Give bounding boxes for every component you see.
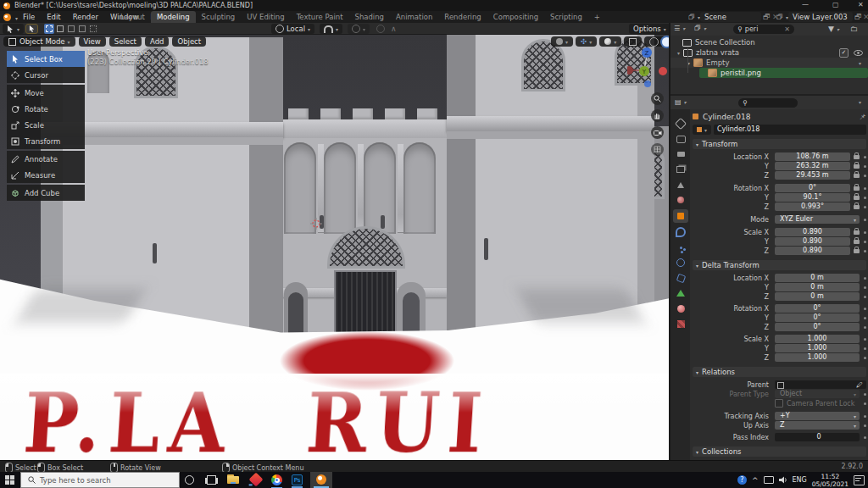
- proportional-editing-dropdown[interactable]: ▾: [348, 24, 370, 34]
- animate-dot[interactable]: [864, 338, 866, 341]
- viewport-menu-view[interactable]: View: [79, 36, 106, 47]
- tab-output-icon[interactable]: [675, 148, 687, 160]
- lock-icon[interactable]: [854, 155, 860, 159]
- tab-texture-icon[interactable]: [675, 318, 687, 330]
- animate-dot[interactable]: [864, 165, 866, 168]
- lock-icon[interactable]: [854, 230, 860, 235]
- tool-move[interactable]: Move: [7, 85, 85, 101]
- photoshop-icon[interactable]: Ps: [292, 474, 303, 485]
- clock[interactable]: 11:5205/05/2021: [812, 473, 849, 488]
- pass-index-field[interactable]: 0: [775, 433, 860, 441]
- delta-scale-x-field[interactable]: 1.000: [775, 335, 860, 343]
- select-mode-new-icon[interactable]: [44, 24, 54, 34]
- menu-edit[interactable]: Edit: [41, 11, 66, 23]
- animate-dot[interactable]: [864, 197, 866, 199]
- maximize-icon[interactable]: ▢: [832, 1, 839, 8]
- tab-view-layer-icon[interactable]: [675, 164, 687, 175]
- tab-modifiers-icon[interactable]: [675, 226, 687, 238]
- tool-measure[interactable]: Measure: [7, 167, 85, 183]
- workspace-tab-animation[interactable]: Animation: [390, 11, 438, 23]
- delta-scale-y-field[interactable]: 1.000: [775, 344, 860, 352]
- tray-expand-icon[interactable]: ^: [752, 476, 759, 485]
- properties-editor-icon[interactable]: ▤▾: [675, 98, 687, 106]
- scale-x-field[interactable]: 0.890: [775, 228, 850, 236]
- file-explorer-icon[interactable]: [227, 474, 239, 484]
- select-mode-invert-icon[interactable]: [77, 24, 87, 34]
- rotation-z-field[interactable]: 0.993°: [775, 202, 850, 211]
- animate-dot[interactable]: [864, 206, 866, 208]
- volume-icon[interactable]: [779, 476, 787, 484]
- cortana-icon[interactable]: [185, 475, 194, 485]
- select-mode-subtract-icon[interactable]: [66, 24, 76, 34]
- scale-z-field[interactable]: 0.890: [775, 247, 850, 255]
- taskbar-search-input[interactable]: Type here to search: [20, 472, 180, 488]
- location-x-field[interactable]: 108.76 m: [775, 152, 850, 161]
- animate-dot[interactable]: [864, 326, 866, 329]
- new-collection-icon[interactable]: 🗀: [850, 25, 858, 33]
- gizmos-dropdown[interactable]: ✣▾: [576, 36, 597, 47]
- copy-view-layer-icon[interactable]: 🗗: [854, 13, 862, 21]
- task-view-icon[interactable]: [207, 475, 216, 485]
- menu-render[interactable]: Render: [67, 11, 104, 23]
- tab-particles-icon[interactable]: [675, 241, 687, 253]
- start-button[interactable]: [5, 475, 14, 485]
- animate-dot[interactable]: [864, 241, 866, 243]
- chevron-down-icon[interactable]: ▾: [859, 60, 861, 66]
- workspace-tab-scripting[interactable]: Scripting: [544, 11, 588, 23]
- outliner-row-empty[interactable]: ▾ Empty ▾: [670, 58, 868, 68]
- camera-view-button[interactable]: [651, 126, 664, 139]
- expand-arrow-icon[interactable]: ▾: [677, 50, 680, 56]
- viewport-menu-object[interactable]: Object: [172, 36, 206, 47]
- tab-material-icon[interactable]: [675, 302, 687, 314]
- help-tray-icon[interactable]: ?: [737, 475, 747, 485]
- eyedropper-icon[interactable]: 🖊︎: [856, 381, 863, 390]
- delta-transform-section-header[interactable]: ▾Delta Transform: [693, 260, 866, 270]
- lock-icon[interactable]: [854, 205, 860, 209]
- pan-view-button[interactable]: [651, 109, 664, 122]
- tab-world-icon[interactable]: [675, 194, 687, 206]
- battery-icon[interactable]: [764, 476, 774, 484]
- animate-dot[interactable]: [864, 347, 866, 350]
- view-layer-name[interactable]: View Layer.003: [788, 12, 853, 22]
- transform-section-header[interactable]: ▾Transform: [693, 139, 866, 149]
- collections-section-header[interactable]: ▾Collections: [693, 446, 866, 457]
- animate-dot[interactable]: [864, 219, 866, 221]
- delta-location-y-field[interactable]: 0 m: [775, 283, 860, 291]
- rotation-x-field[interactable]: 0°: [775, 184, 850, 192]
- outliner-search-input[interactable]: ⚲ peri ✕: [733, 25, 794, 34]
- scale-y-field[interactable]: 0.890: [775, 237, 850, 246]
- menu-file[interactable]: File: [17, 11, 41, 23]
- tool-select-box[interactable]: Select Box: [7, 51, 85, 67]
- tool-annotate[interactable]: Annotate: [7, 151, 85, 167]
- workspace-tab-compositing[interactable]: Compositing: [487, 11, 544, 23]
- viewport-canvas[interactable]: P.LA RUI Object Mode▾ View Select Add Ob…: [0, 35, 669, 460]
- lock-icon[interactable]: [854, 186, 860, 191]
- tool-add-cube[interactable]: Add Cube: [7, 185, 85, 201]
- pin-icon[interactable]: 📌︎: [859, 113, 866, 121]
- outliner-row-zlatna-vrata[interactable]: ▾ zlatna vrata ✓: [670, 47, 868, 58]
- tool-scale[interactable]: Scale: [7, 117, 85, 133]
- tab-constraints-icon[interactable]: [675, 272, 687, 284]
- notification-center-icon[interactable]: [854, 475, 865, 485]
- animate-dot[interactable]: [864, 277, 866, 280]
- scene-name[interactable]: Scene: [700, 12, 761, 22]
- tab-object-data-icon[interactable]: [675, 287, 687, 299]
- location-z-field[interactable]: 29.453 m: [775, 171, 850, 180]
- delta-scale-z-field[interactable]: 1.000: [775, 353, 860, 362]
- location-y-field[interactable]: 263.32 m: [775, 162, 850, 170]
- animate-dot[interactable]: [864, 250, 866, 252]
- animate-dot[interactable]: [864, 415, 866, 418]
- select-mode-extend-icon[interactable]: [55, 24, 65, 34]
- lock-icon[interactable]: [854, 249, 860, 253]
- lock-icon[interactable]: [854, 164, 860, 169]
- language-indicator[interactable]: ENG: [793, 476, 807, 484]
- mode-dropdown[interactable]: Object Mode▾: [3, 36, 75, 47]
- animate-dot[interactable]: [864, 231, 866, 234]
- rotation-mode-dropdown[interactable]: XYZ Euler▾: [775, 215, 860, 224]
- close-icon[interactable]: ✕: [858, 1, 864, 8]
- select-mode-intersect-icon[interactable]: [88, 24, 98, 34]
- zoom-view-button[interactable]: [651, 92, 664, 105]
- snap-target-icon[interactable]: [376, 25, 385, 33]
- viewport-menu-select[interactable]: Select: [109, 36, 142, 47]
- active-tool-dropdown[interactable]: ▾: [3, 24, 24, 34]
